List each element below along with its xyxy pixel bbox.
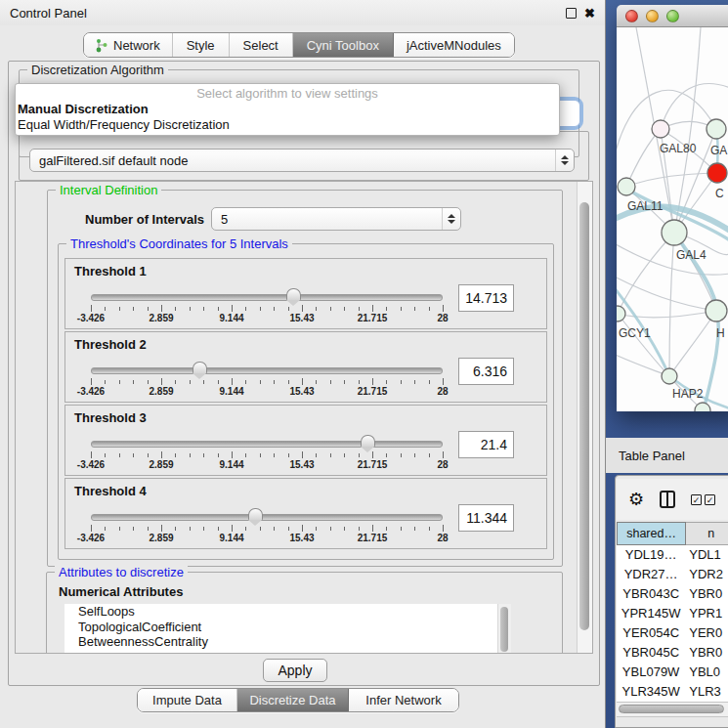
name-cell[interactable]: YPR1: [685, 604, 728, 623]
network-edge[interactable]: [669, 233, 674, 376]
tab-network[interactable]: Network: [84, 33, 173, 57]
slider-track[interactable]: [91, 441, 443, 448]
slider-thumb[interactable]: [286, 288, 301, 300]
close-icon[interactable]: ✖: [584, 7, 595, 20]
slider-track[interactable]: [91, 514, 443, 521]
table-row[interactable]: YER054CYER0: [617, 623, 728, 643]
gear-icon[interactable]: ⚙: [628, 491, 644, 508]
attribute-list-item[interactable]: TopologicalCoefficient: [64, 620, 511, 635]
table-row[interactable]: YPR145WYPR1: [617, 604, 728, 623]
network-node[interactable]: [695, 403, 710, 411]
name-cell[interactable]: YDR2: [685, 565, 728, 584]
table-row[interactable]: YBL079WYBL0: [617, 663, 728, 682]
network-node[interactable]: [707, 119, 726, 139]
threshold-slider[interactable]: -3.4262.8599.14415.4321.71528: [91, 434, 443, 471]
table-hscroll-thumb[interactable]: [619, 705, 724, 713]
numerical-attributes-list[interactable]: SelfLoopsTopologicalCoefficientBetweenne…: [64, 604, 511, 654]
network-edge[interactable]: [669, 311, 716, 376]
split-columns-icon[interactable]: [660, 491, 675, 508]
network-canvas-area[interactable]: GAL80GACGAL11GAL4GCY1HHAP2: [617, 27, 728, 411]
table-horizontal-scrollbar[interactable]: [617, 702, 728, 717]
table-row[interactable]: YDL19…YDL1: [617, 545, 728, 565]
close-traffic-light-icon[interactable]: [625, 10, 638, 22]
stepper-icon[interactable]: [442, 208, 460, 230]
slider-track[interactable]: [91, 294, 443, 301]
slider-thumb[interactable]: [248, 508, 263, 520]
name-cell[interactable]: YBR0: [685, 643, 728, 663]
column-header-name[interactable]: n: [686, 522, 728, 545]
table-row[interactable]: YLR345WYLR3: [617, 682, 728, 702]
column-header-shared-name[interactable]: shared…: [617, 522, 686, 545]
network-edge-highlighted[interactable]: [674, 233, 717, 311]
algorithm-option-manual[interactable]: Manual Discretization: [16, 102, 559, 117]
tab-style[interactable]: Style: [173, 33, 230, 57]
algorithm-option-equal-width[interactable]: Equal Width/Frequency Discretization: [16, 117, 559, 133]
tab-select[interactable]: Select: [230, 33, 293, 57]
network-edge[interactable]: [617, 352, 669, 376]
attribute-list-item[interactable]: SelfLoops: [64, 604, 511, 620]
table-rows[interactable]: YDL19…YDL1YDR27…YDR2YBR043CYBR0YPR145WYP…: [617, 545, 728, 702]
tab-impute-data[interactable]: Impute Data: [138, 689, 237, 711]
table-row[interactable]: YBR045CYBR0: [617, 643, 728, 663]
shared-name-cell[interactable]: YDR27…: [617, 565, 685, 584]
network-edge[interactable]: [626, 129, 661, 187]
threshold-slider[interactable]: -3.4262.8599.14415.4321.71528: [91, 507, 443, 544]
checkbox-icon[interactable]: ✓: [691, 494, 702, 505]
network-edge[interactable]: [626, 173, 717, 187]
threshold-slider[interactable]: -3.4262.8599.14415.4321.71528: [91, 287, 443, 324]
network-node[interactable]: [707, 163, 727, 183]
tab-infer-network[interactable]: Infer Network: [349, 689, 458, 711]
attribute-list-item[interactable]: BetweennessCentrality: [64, 634, 511, 650]
number-of-intervals-combobox[interactable]: 5: [211, 207, 461, 231]
threshold-value-field[interactable]: 14.713: [458, 284, 514, 312]
slider-thumb[interactable]: [193, 362, 207, 373]
threshold-slider[interactable]: -3.4262.8599.14415.4321.71528: [91, 361, 443, 398]
shared-name-cell[interactable]: YBR045C: [617, 643, 685, 663]
apply-button[interactable]: Apply: [263, 659, 327, 682]
network-node[interactable]: [662, 220, 687, 245]
shared-name-cell[interactable]: YLR345W: [617, 682, 685, 702]
table-data-combobox[interactable]: galFiltered.sif default node: [29, 149, 575, 172]
tick-label: 2.859: [149, 459, 173, 470]
network-node[interactable]: [652, 120, 669, 138]
tab-cyni-toolbox[interactable]: Cyni Toolbox: [293, 33, 394, 57]
minimize-traffic-light-icon[interactable]: [646, 10, 659, 22]
stepper-icon[interactable]: [555, 150, 574, 171]
shared-name-cell[interactable]: YDL19…: [617, 545, 685, 565]
checkbox-icon[interactable]: ✓: [705, 494, 715, 505]
attributes-list-scroll-thumb[interactable]: [500, 607, 508, 652]
table-row[interactable]: YBR043CYBR0: [617, 584, 728, 604]
settings-scroll-thumb[interactable]: [579, 202, 589, 630]
threshold-value-field[interactable]: 21.4: [458, 431, 514, 458]
name-cell[interactable]: YBR0: [685, 584, 728, 604]
slider-track[interactable]: [91, 367, 443, 374]
network-window-titlebar[interactable]: [617, 5, 728, 27]
network-node[interactable]: [617, 306, 625, 321]
threshold-value-field[interactable]: 6.316: [458, 358, 514, 385]
tab-discretize-data[interactable]: Discretize Data: [237, 689, 349, 711]
shared-name-cell[interactable]: YBR043C: [617, 584, 685, 604]
network-edge[interactable]: [617, 274, 716, 311]
tab-jactivemnodules[interactable]: jActiveMNodules: [394, 33, 514, 57]
name-cell[interactable]: YER0: [685, 623, 728, 643]
name-cell[interactable]: YBL0: [685, 663, 728, 682]
attributes-list-scrollbar[interactable]: [497, 604, 511, 654]
column-visibility-icons[interactable]: ✓ ✓: [691, 494, 715, 505]
shared-name-cell[interactable]: YER054C: [617, 623, 685, 643]
network-node[interactable]: [662, 368, 677, 384]
name-cell[interactable]: YLR3: [685, 682, 728, 702]
tick-mark: [203, 527, 204, 531]
slider-thumb[interactable]: [361, 435, 375, 447]
network-node[interactable]: [706, 300, 727, 321]
shared-name-cell[interactable]: YPR145W: [617, 604, 685, 623]
threshold-value-field[interactable]: 11.344: [458, 504, 514, 532]
discretization-algorithm-group-title: Discretization Algorithm: [27, 63, 168, 77]
tick-label: 15.43: [289, 533, 314, 543]
name-cell[interactable]: YDL1: [685, 545, 728, 565]
zoom-traffic-light-icon[interactable]: [666, 10, 679, 22]
network-node[interactable]: [618, 178, 635, 195]
float-window-icon[interactable]: [566, 8, 577, 19]
shared-name-cell[interactable]: YBL079W: [617, 663, 685, 682]
settings-vertical-scrollbar[interactable]: [577, 182, 592, 653]
table-row[interactable]: YDR27…YDR2: [617, 565, 728, 584]
